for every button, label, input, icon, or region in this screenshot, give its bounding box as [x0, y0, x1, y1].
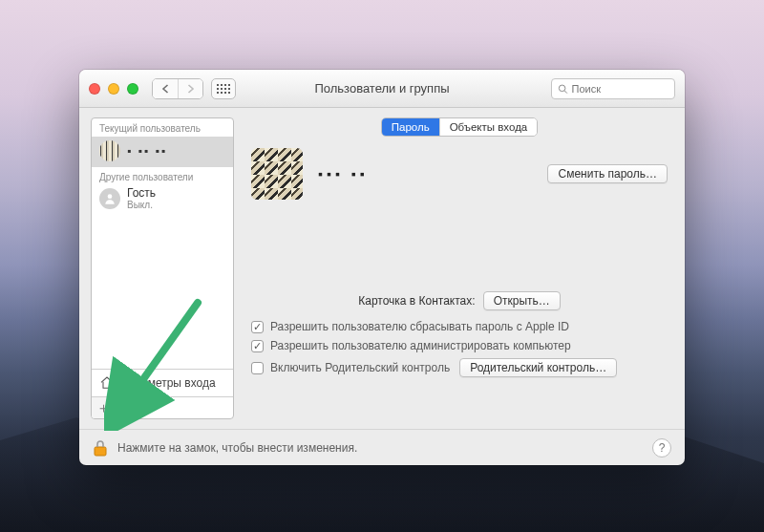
house-icon [99, 375, 115, 391]
show-all-button[interactable] [211, 78, 236, 99]
titlebar: Пользователи и группы [79, 70, 685, 108]
forward-button[interactable] [178, 79, 202, 98]
remove-user-button[interactable]: － [117, 397, 141, 418]
svg-point-2 [108, 194, 113, 199]
sidebar-add-remove: ＋ － [92, 396, 233, 418]
content: Текущий пользователь ▪ ▪▪ ▪▪ Другие поль… [79, 108, 685, 429]
option-allow-admin-label: Разрешить пользователю администрировать … [270, 339, 571, 352]
minimize-icon[interactable] [108, 83, 119, 95]
sidebar-item-login-options[interactable]: Параметры входа [92, 369, 233, 396]
option-allow-reset-label: Разрешить пользователю сбрасывать пароль… [270, 320, 569, 333]
search-field[interactable] [551, 78, 675, 99]
sidebar-item-guest[interactable]: Гость Выкл. [92, 185, 233, 216]
user-hero: ▪▪▪ ▪▪ Сменить пароль… [245, 146, 673, 200]
user-sidebar: Текущий пользователь ▪ ▪▪ ▪▪ Другие поль… [91, 117, 234, 419]
open-parental-button[interactable]: Родительский контроль… [459, 358, 617, 377]
open-contacts-button[interactable]: Открыть… [483, 291, 561, 310]
lock-icon[interactable] [93, 439, 108, 457]
guest-status: Выкл. [127, 200, 156, 210]
nav-back-forward [152, 78, 203, 99]
change-password-button[interactable]: Сменить пароль… [547, 164, 668, 183]
option-allow-reset[interactable]: Разрешить пользователю сбрасывать пароль… [251, 320, 668, 333]
grid-icon [217, 84, 230, 94]
guest-name: Гость [127, 187, 156, 200]
add-user-button[interactable]: ＋ [92, 397, 117, 418]
sidebar-header-others: Другие пользователи [92, 167, 233, 185]
search-icon [558, 83, 568, 95]
contacts-row: Карточка в Контактах: Открыть… [245, 291, 673, 310]
svg-line-1 [564, 90, 567, 93]
zoom-icon[interactable] [127, 83, 138, 95]
close-icon[interactable] [89, 83, 100, 95]
prefs-window: Пользователи и группы Текущий пользовате… [79, 70, 685, 465]
window-controls [89, 83, 138, 95]
help-button[interactable]: ? [652, 438, 671, 458]
tabs: Пароль Объекты входа [381, 117, 539, 137]
guest-avatar-icon [99, 188, 120, 209]
sidebar-header-current: Текущий пользователь [92, 118, 233, 137]
checkbox-icon [251, 321, 264, 333]
back-button[interactable] [153, 79, 178, 98]
checkbox-icon [251, 340, 264, 352]
user-full-name: ▪▪▪ ▪▪ [318, 166, 369, 181]
tab-password[interactable]: Пароль [382, 118, 439, 136]
avatar [99, 140, 120, 161]
checkbox-icon [251, 362, 264, 374]
option-allow-admin[interactable]: Разрешить пользователю администрировать … [251, 339, 668, 352]
current-user-name: ▪ ▪▪ ▪▪ [127, 144, 167, 158]
login-options-label: Параметры входа [120, 376, 216, 390]
svg-point-0 [559, 85, 565, 92]
search-input[interactable] [572, 83, 669, 95]
user-avatar[interactable] [251, 148, 303, 200]
option-parental[interactable]: Включить Родительский контроль [251, 361, 450, 374]
lock-hint: Нажмите на замок, чтобы внести изменения… [117, 441, 357, 455]
footer: Нажмите на замок, чтобы внести изменения… [79, 429, 685, 465]
svg-rect-3 [95, 447, 106, 456]
tab-login-items[interactable]: Объекты входа [439, 118, 538, 136]
main-panel: Пароль Объекты входа ▪▪▪ ▪▪ Сменить паро… [245, 117, 673, 419]
options: Разрешить пользователю сбрасывать пароль… [245, 320, 673, 377]
option-parental-label: Включить Родительский контроль [270, 361, 450, 374]
contacts-label: Карточка в Контактах: [358, 294, 475, 308]
sidebar-item-current-user[interactable]: ▪ ▪▪ ▪▪ [92, 137, 233, 167]
